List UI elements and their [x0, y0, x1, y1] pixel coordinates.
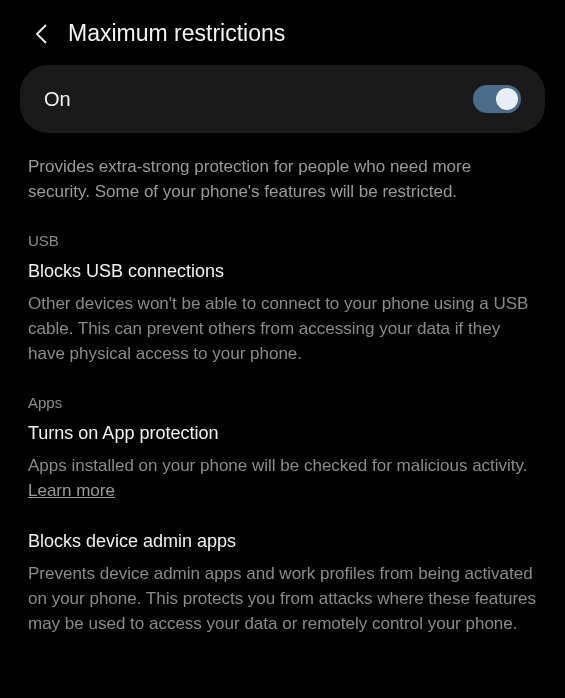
- apps-item-1-desc: Prevents device admin apps and work prof…: [28, 562, 537, 636]
- apps-item-0-title: Turns on App protection: [28, 423, 537, 444]
- learn-more-link[interactable]: Learn more: [28, 481, 115, 500]
- usb-item-title: Blocks USB connections: [28, 261, 537, 282]
- apps-item-1-title: Blocks device admin apps: [28, 531, 537, 552]
- toggle-knob: [496, 88, 518, 110]
- toggle-label: On: [44, 88, 71, 111]
- header: Maximum restrictions: [20, 14, 545, 65]
- page-title: Maximum restrictions: [68, 20, 285, 47]
- section-label-apps: Apps: [28, 394, 537, 411]
- intro-description: Provides extra-strong protection for peo…: [28, 155, 537, 204]
- section-label-usb: USB: [28, 232, 537, 249]
- apps-item-0-desc-text: Apps installed on your phone will be che…: [28, 456, 528, 475]
- apps-item-0-desc: Apps installed on your phone will be che…: [28, 454, 537, 503]
- master-toggle-card[interactable]: On: [20, 65, 545, 133]
- back-icon[interactable]: [30, 23, 52, 45]
- usb-item-desc: Other devices won't be able to connect t…: [28, 292, 537, 366]
- toggle-switch[interactable]: [473, 85, 521, 113]
